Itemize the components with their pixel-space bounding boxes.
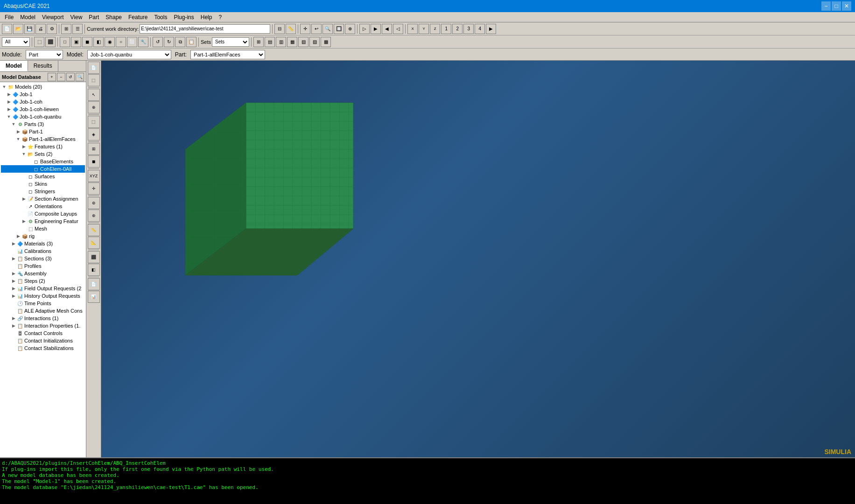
tree-item-models[interactable]: ▼ 📁 Models (20) <box>1 83 85 91</box>
expand-sets[interactable]: ▼ <box>21 152 26 156</box>
expand-features[interactable]: ▶ <box>21 144 26 149</box>
menu-feature[interactable]: Feature <box>126 13 150 21</box>
tree-collapse-button[interactable]: − <box>57 73 65 81</box>
tree-item-profiles[interactable]: ▶ 📋 Profiles <box>1 262 85 270</box>
tree-item-job1cohquanbu[interactable]: ▼ 🔷 Job-1-coh-quanbu <box>1 113 85 120</box>
view-filter-select[interactable]: All <box>2 37 30 47</box>
view3d-num5[interactable]: ▶ <box>486 24 496 34</box>
expand-rig[interactable]: ▶ <box>16 234 21 238</box>
expand-interactions[interactable]: ▶ <box>11 316 16 321</box>
expand-models[interactable]: ▼ <box>2 84 7 89</box>
zoom-rect-button[interactable]: 🔲 <box>334 24 344 34</box>
tree-item-timepoints[interactable]: ▶ 🕐 Time Points <box>1 300 85 307</box>
lt-btn-11[interactable]: ⊚ <box>88 197 100 209</box>
tree-item-surfaces[interactable]: ▶ ◻ Surfaces <box>1 173 85 180</box>
lt-btn-13[interactable]: 📏 <box>88 224 100 236</box>
pan-button[interactable]: ⊕ <box>345 24 355 34</box>
tree-item-part1[interactable]: ▶ 📦 Part-1 <box>1 128 85 135</box>
paste-button[interactable]: 📋 <box>186 37 196 47</box>
expand-job1cohquanbu[interactable]: ▼ <box>7 114 11 119</box>
tree-item-job1cohliewen[interactable]: ▶ 🔷 Job-1-coh-liewen <box>1 105 85 113</box>
tree-item-contactinit[interactable]: ▶ 📋 Contact Initializations <box>1 337 85 344</box>
tree-item-historyoutput[interactable]: ▶ 📊 History Output Requests <box>1 292 85 300</box>
lt-btn-2[interactable]: ⬚ <box>88 74 100 86</box>
wireframe-button[interactable]: □ <box>60 37 70 47</box>
tab-results[interactable]: Results <box>28 61 58 71</box>
lt-btn-6[interactable]: ◈ <box>88 128 100 140</box>
tab-model[interactable]: Model <box>0 61 28 71</box>
expand-interactionprops[interactable]: ▶ <box>11 323 16 328</box>
view3d-num2[interactable]: 2 <box>452 24 463 34</box>
expand-sectionassign[interactable]: ▶ <box>21 196 26 201</box>
tree-item-job1[interactable]: ▶ 🔷 Job-1 <box>1 91 85 98</box>
display-opts2-button[interactable]: ⬛ <box>45 37 56 47</box>
expand-parts[interactable]: ▼ <box>11 122 16 126</box>
lt-btn-9[interactable]: XYZ <box>88 170 100 182</box>
lt-btn-10[interactable]: ✛ <box>88 182 100 195</box>
lt-btn-3[interactable]: ↖ <box>88 89 100 101</box>
view-list-button[interactable]: ☰ <box>72 24 83 34</box>
view3d-num3[interactable]: 3 <box>463 24 474 34</box>
expand-assembly[interactable]: ▶ <box>11 271 16 276</box>
model-select[interactable]: Job-1-coh-quanbu <box>87 50 171 59</box>
shaded-button[interactable]: ◼ <box>82 37 92 47</box>
maximize-button[interactable]: □ <box>832 1 841 11</box>
module-select[interactable]: Part <box>26 50 63 59</box>
tree-item-mesh[interactable]: ▶ ⬚ Mesh <box>1 225 85 232</box>
display5-button[interactable]: ⬜ <box>127 37 137 47</box>
viewport-3d[interactable]: SIMULIA <box>101 61 855 457</box>
tree-item-calibrations[interactable]: ▶ 📊 Calibrations <box>1 247 85 255</box>
expand-materials[interactable]: ▶ <box>11 241 16 246</box>
lt-btn-17[interactable]: 📄 <box>88 278 100 290</box>
display6-button[interactable]: 🔧 <box>138 37 148 47</box>
expand-fieldoutput[interactable]: ▶ <box>11 286 16 291</box>
lt-btn-4[interactable]: ⊕ <box>88 101 100 113</box>
extra4-button[interactable]: ▦ <box>287 37 297 47</box>
menu-plugins[interactable]: Plug-ins <box>171 13 196 21</box>
menu-shape[interactable]: Shape <box>103 13 125 21</box>
menu-question[interactable]: ? <box>216 13 224 21</box>
select2-button[interactable]: ▶ <box>371 24 381 34</box>
tree-item-aleadaptive[interactable]: ▶ 📋 ALE Adaptive Mesh Cons <box>1 307 85 315</box>
tree-item-rig[interactable]: ▶ 📦 rig <box>1 232 85 240</box>
tree-item-sections[interactable]: ▶ 📋 Sections (3) <box>1 255 85 262</box>
tree-item-engfeatures[interactable]: ▶ ⚙ Engineering Featur <box>1 217 85 225</box>
tree-item-steps[interactable]: ▶ 📋 Steps (2) <box>1 277 85 285</box>
tree-item-contactcontrols[interactable]: ▶ 🎛 Contact Controls <box>1 329 85 337</box>
select1-button[interactable]: ▷ <box>359 24 370 34</box>
workdir-input[interactable] <box>140 24 270 34</box>
lt-btn-12[interactable]: ⊛ <box>88 210 100 222</box>
view3d-3[interactable]: Z <box>430 24 440 34</box>
view-grid-button[interactable]: ⊞ <box>61 24 71 34</box>
undo-button[interactable]: ↩ <box>311 24 322 34</box>
close-button[interactable]: ✕ <box>842 1 851 11</box>
menu-part[interactable]: Part <box>86 13 102 21</box>
table-view-button[interactable]: ⊟ <box>274 24 285 34</box>
lt-btn-14[interactable]: 📐 <box>88 237 100 249</box>
menu-tools[interactable]: Tools <box>151 13 170 21</box>
tree-item-fieldoutput[interactable]: ▶ 📊 Field Output Requests (2 <box>1 285 85 292</box>
log-panel[interactable]: d:/ABAQUS2021/plugins/InsertCohElem/ABQ_… <box>0 457 855 504</box>
save-button[interactable]: 💾 <box>24 24 35 34</box>
tree-item-part1allelems[interactable]: ▼ 📦 Part-1-allElemFaces <box>1 135 85 143</box>
tree-item-orientations[interactable]: ▶ ↗ Orientations <box>1 203 85 210</box>
tree-item-job1coh[interactable]: ▶ 🔷 Job-1-coh <box>1 98 85 105</box>
expand-job1coh[interactable]: ▶ <box>7 99 11 104</box>
menu-viewport[interactable]: Viewport <box>39 13 66 21</box>
tree-item-parts[interactable]: ▼ ⚙ Parts (3) <box>1 120 85 128</box>
view3d-num4[interactable]: 4 <box>475 24 485 34</box>
menu-file[interactable]: File <box>2 13 16 21</box>
tree-expand-button[interactable]: + <box>48 73 56 81</box>
tree-filter-button[interactable]: 🔍 <box>76 73 84 81</box>
lt-btn-16[interactable]: ◧ <box>88 264 100 276</box>
move-button[interactable]: ✛ <box>300 24 310 34</box>
display3-button[interactable]: ◉ <box>105 37 115 47</box>
tree-item-cohelem0all[interactable]: ▶ ◻ CohElem-0All <box>1 165 85 173</box>
minimize-button[interactable]: − <box>821 1 831 11</box>
extra3-button[interactable]: ▥ <box>276 37 286 47</box>
part-select[interactable]: Part-1-allElemFaces <box>190 50 265 59</box>
print-button[interactable]: 🖨 <box>35 24 46 34</box>
sets-select[interactable]: Sets <box>212 37 249 47</box>
redo-view-button[interactable]: ↻ <box>164 37 174 47</box>
tree-item-skins[interactable]: ▶ ◻ Skins <box>1 180 85 188</box>
